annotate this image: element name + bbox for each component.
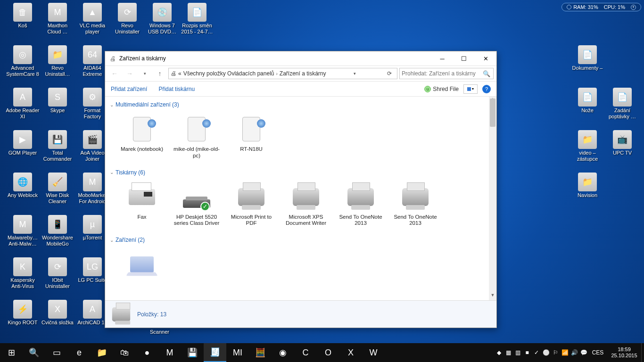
desktop-icon-revo-uninstaller[interactable]: ⟳Revo Uninstaller — [110, 3, 144, 34]
close-button[interactable]: ✕ — [475, 51, 496, 66]
taskbar-maxthon-button[interactable]: M — [158, 343, 181, 362]
group-header[interactable]: ⌄Zařízení (2) — [109, 234, 493, 245]
vertical-scrollbar[interactable]: ▲ ▼ — [489, 97, 496, 300]
taskbar-app-orange-button[interactable]: ● — [136, 343, 158, 362]
desktop-icon-malwareby-anti-malw[interactable]: MMalwareby… Anti-Malw… — [6, 215, 40, 247]
tray-icon-2[interactable]: ▥ — [513, 343, 522, 362]
taskbar-clock[interactable]: 18:59 25.10.2015 — [607, 345, 641, 361]
breadcrumb-dropdown-icon[interactable]: ▾ — [349, 71, 361, 76]
desktop-icon-wise-disk-cleaner[interactable]: 🧹Wise Disk Cleaner — [41, 173, 74, 204]
taskbar-totalcmd-button[interactable]: 💾 — [181, 343, 204, 362]
minimize-button[interactable]: ─ — [431, 51, 453, 66]
desktop-icon-navision[interactable]: 📁Navision — [570, 173, 604, 198]
tray-icon-1[interactable]: ▦ — [504, 343, 513, 362]
nav-up-button[interactable]: ↑ — [153, 67, 166, 80]
tray-icon-8[interactable]: 🔊 — [570, 343, 579, 362]
taskbar-word-button[interactable]: W — [362, 343, 385, 362]
shred-file-button[interactable]: u Shred File — [424, 86, 459, 92]
show-desktop-button[interactable] — [641, 343, 644, 362]
taskbar-outlook-button[interactable]: O — [317, 343, 339, 362]
content-pane[interactable]: ⌄Multimediální zařízení (3)Marek (notebo… — [105, 97, 496, 300]
taskbar-app-c-button[interactable]: C — [294, 343, 317, 362]
maximize-button[interactable]: ☐ — [453, 51, 475, 66]
taskbar-control-panel-button[interactable]: 🧾 — [204, 343, 226, 362]
desktop-icon-revo-uninstall[interactable]: 📁Revo Uninstall… — [41, 45, 74, 77]
tray-icon-7[interactable]: 📶 — [560, 343, 570, 362]
device-item[interactable] — [115, 246, 169, 285]
view-options-button[interactable]: ▾ — [463, 84, 478, 94]
taskbar-taskview-button[interactable]: ▭ — [45, 343, 68, 362]
search-icon[interactable]: 🔍 — [482, 70, 491, 77]
tray-icon-9[interactable]: 💬 — [579, 343, 588, 362]
desktop-icon-cvi-n-slo-ka[interactable]: XCvičná složka — [41, 300, 74, 326]
device-item[interactable]: Marek (notebook) — [115, 111, 169, 163]
device-item[interactable]: Fax — [115, 179, 169, 230]
tray-icon-5[interactable]: ⚪ — [541, 343, 551, 362]
taskbar-start-button[interactable]: ⊞ — [0, 343, 23, 362]
desktop-icon-skype[interactable]: SSkype — [41, 88, 74, 114]
breadcrumb-part2[interactable]: Zařízení a tiskárny — [280, 70, 326, 77]
desktop-icon-wondershare-mobilego[interactable]: 📱Wondershare MobileGo — [41, 215, 74, 247]
desktop-icon-any-weblock[interactable]: 🌐Any Weblock — [6, 173, 40, 198]
desktop-icon-ko[interactable]: 🗑Koš — [6, 3, 40, 29]
tray-icon-6[interactable]: ⚐ — [551, 343, 560, 362]
desktop-icon-zad-n-popt-vky[interactable]: 📄Zadání poptávky … — [605, 88, 639, 119]
hud-expand-icon[interactable]: + — [631, 5, 636, 10]
add-printer-link[interactable]: Přidat tiskárnu — [158, 86, 195, 92]
add-device-link[interactable]: Přidat zařízení — [111, 86, 147, 92]
scrollbar-thumb[interactable] — [490, 99, 495, 127]
titlebar[interactable]: 🖨 Zařízení a tiskárny ─ ☐ ✕ — [105, 51, 496, 66]
app-icon: ⚡ — [13, 300, 32, 319]
group-header[interactable]: ⌄Multimediální zařízení (3) — [109, 99, 493, 110]
tray-icon-3[interactable]: ■ — [522, 343, 532, 362]
desktop-icon-upc-tv[interactable]: 📺UPC TV — [605, 130, 639, 156]
scroll-down-icon[interactable]: ▼ — [489, 293, 496, 300]
app-icon: 📱 — [48, 215, 67, 234]
desktop-icon-iobit-uninstaller[interactable]: ⟳IObit Uninstaller — [41, 257, 74, 289]
taskbar-calculator-button[interactable]: 🧮 — [249, 343, 272, 362]
taskbar-excel-button[interactable]: X — [339, 343, 362, 362]
desktop-icon-dokumenty[interactable]: 📄Dokumenty – — [570, 45, 604, 71]
device-item[interactable]: Microsoft XPS Document Writer — [279, 179, 333, 230]
taskbar-language[interactable]: CES — [588, 349, 607, 356]
refresh-button[interactable]: ⟳ — [384, 70, 395, 77]
desktop-icon-adobe-reader-xi[interactable]: AAdobe Reader XI — [6, 88, 40, 119]
taskbar-app-mi-button[interactable]: MI — [226, 343, 249, 362]
chevron-right-icon[interactable]: › — [276, 71, 277, 76]
device-item[interactable]: Send To OneNote 2013 — [333, 179, 388, 230]
device-item[interactable]: Microsoft Print to PDF — [224, 179, 279, 230]
device-item[interactable]: mike-old (mike-old-pc) — [169, 111, 224, 163]
taskbar-explorer-button[interactable]: 📁 — [91, 343, 113, 362]
nav-back-button[interactable]: ← — [108, 67, 121, 80]
desktop-icon-rozpis-sm-n-2015-24-7[interactable]: 📄Rozpis směn 2015 - 24-7… — [180, 3, 214, 34]
group-header[interactable]: ⌄Tiskárny (6) — [109, 166, 493, 178]
desktop-icon-kaspersky-anti-virus[interactable]: KKaspersky Anti-Virus — [6, 257, 40, 289]
command-bar: Přidat zařízení Přidat tiskárnu u Shred … — [105, 82, 496, 97]
breadcrumb-part1[interactable]: Všechny položky Ovládacích panelů — [183, 70, 274, 77]
taskbar-edge-button[interactable]: e — [68, 343, 91, 362]
nav-forward-button[interactable]: → — [123, 67, 136, 80]
system-monitor-hud[interactable]: RAM: 31% CPU: 1% + — [561, 3, 641, 11]
taskbar-app-red-button[interactable]: ◉ — [272, 343, 294, 362]
taskbar-search-button[interactable]: 🔍 — [23, 343, 45, 362]
desktop-icon-windows-7-usb-dvd[interactable]: 💿Windows 7 USB DVD… — [145, 3, 179, 34]
desktop-icon-no-e[interactable]: 📄Nože — [570, 88, 604, 114]
desktop-icon-maxthon-cloud[interactable]: MMaxthon Cloud … — [41, 3, 74, 34]
desktop-icon-advanced-systemcare-8[interactable]: ◎Advanced SystemCare 8 — [6, 45, 40, 77]
nav-history-button[interactable]: ▾ — [138, 67, 151, 80]
tray-icon-0[interactable]: ◆ — [494, 343, 504, 362]
desktop-icon-gom-player[interactable]: ▶GOM Player — [6, 130, 40, 156]
desktop-icon-video-z-stupce[interactable]: 📁video – zástupce — [570, 130, 604, 162]
search-input[interactable] — [402, 70, 482, 77]
desktop-icon-kingo-root[interactable]: ⚡Kingo ROOT — [6, 300, 40, 326]
help-button[interactable]: ? — [482, 85, 491, 93]
search-box[interactable]: 🔍 — [399, 68, 494, 79]
taskbar-store-button[interactable]: 🛍 — [113, 343, 136, 362]
tray-icon-4[interactable]: ✓ — [532, 343, 541, 362]
device-item[interactable]: ✓HP Deskjet 5520 series Class Driver — [169, 179, 224, 230]
device-item[interactable]: RT-N18U — [224, 111, 279, 163]
desktop-icon-vlc-media-player[interactable]: ▲VLC media player — [75, 3, 109, 34]
device-item[interactable]: Send To OneNote 2013 — [388, 179, 443, 230]
desktop-icon-total-commander[interactable]: 💾Total Commander — [41, 130, 74, 162]
breadcrumb-box[interactable]: 🖨 « Všechny položky Ovládacích panelů › … — [168, 68, 397, 79]
